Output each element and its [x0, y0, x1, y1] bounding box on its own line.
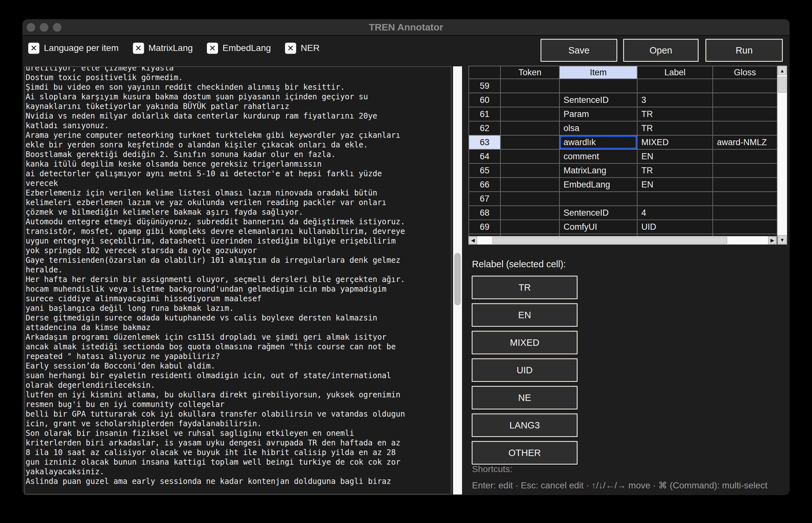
relabel-buttons: TRENMIXEDUIDNELANG3OTHER — [472, 276, 578, 465]
relabel-button-uid[interactable]: UID — [472, 358, 578, 382]
relabel-button-ne[interactable]: NE — [472, 386, 578, 410]
open-button[interactable]: Open — [623, 39, 699, 62]
cell-label[interactable]: 3 — [638, 93, 713, 107]
cell-label[interactable] — [638, 192, 713, 205]
relabel-button-en[interactable]: EN — [472, 303, 578, 327]
cell-token[interactable] — [501, 150, 559, 163]
scroll-down-icon[interactable]: ▼ — [778, 235, 787, 244]
cell-label[interactable]: MIXED — [638, 136, 713, 149]
cell-token[interactable] — [501, 220, 559, 234]
cell-label[interactable]: EN — [638, 150, 713, 163]
editor-scrollbar[interactable] — [453, 66, 462, 494]
cell-label[interactable] — [638, 79, 713, 93]
cell-item[interactable]: ComfyUI — [560, 220, 637, 234]
cell-label[interactable]: TR — [638, 164, 713, 177]
checkbox-checked-icon: ✕ — [286, 43, 296, 53]
scroll-left-icon[interactable]: ◀ — [469, 236, 477, 244]
checkbox-ner[interactable]: ✕ NER — [286, 43, 320, 53]
run-button[interactable]: Run — [705, 39, 783, 62]
relabel-button-lang3[interactable]: LANG3 — [472, 413, 578, 437]
checkbox-checked-icon: ✕ — [29, 43, 39, 53]
annotation-table: Token Item Label Gloss 5960SentenceID361… — [469, 66, 778, 236]
cell-gloss[interactable] — [713, 164, 777, 177]
column-header-corner — [469, 66, 500, 78]
cell-item[interactable]: Param — [560, 107, 637, 121]
table-hscrollbar-thumb[interactable] — [492, 237, 727, 244]
cell-gloss[interactable]: award-NMLZ — [713, 136, 777, 149]
table-hscrollbar[interactable]: ◀ ▶ — [469, 236, 777, 245]
row-number[interactable]: 66 — [469, 178, 500, 191]
cell-gloss[interactable] — [713, 107, 777, 121]
column-header-gloss[interactable]: Gloss — [713, 66, 777, 78]
toolbar-checkboxes: ✕ Language per item ✕ MatrixLang ✕ Embed… — [29, 43, 320, 53]
row-number[interactable]: 60 — [469, 93, 500, 107]
scroll-up-icon[interactable]: ▲ — [778, 66, 787, 75]
cell-gloss[interactable] — [713, 150, 777, 163]
relabel-title: Relabel (selected cell): — [472, 259, 566, 270]
relabel-button-mixed[interactable]: MIXED — [472, 331, 578, 355]
cell-label[interactable]: TR — [638, 122, 713, 135]
cell-item[interactable] — [560, 79, 637, 93]
cell-token[interactable] — [501, 107, 559, 121]
cell-label[interactable]: EN — [638, 178, 713, 191]
cell-token[interactable] — [501, 122, 559, 135]
cell-gloss[interactable] — [713, 93, 777, 107]
column-header-item[interactable]: Item — [560, 66, 637, 78]
cell-item[interactable]: EmbedLang — [560, 178, 637, 191]
row-number[interactable]: 69 — [469, 220, 500, 234]
editor-scrollbar-thumb[interactable] — [454, 253, 461, 305]
checkbox-label: EmbedLang — [223, 43, 271, 53]
checkbox-embedlang[interactable]: ✕ EmbedLang — [207, 43, 271, 53]
text-editor[interactable]: üretiliyor, elle çizmeye kıyasla Dostum … — [24, 66, 451, 494]
cell-item[interactable]: MatrixLang — [560, 164, 637, 177]
cell-item[interactable]: SentenceID — [560, 93, 637, 107]
relabel-button-other[interactable]: OTHER — [472, 441, 578, 465]
editor-text: üretiliyor, elle çizmeye kıyasla Dostum … — [25, 66, 451, 486]
row-number[interactable]: 59 — [469, 79, 500, 93]
row-number[interactable]: 67 — [469, 192, 500, 205]
cell-gloss[interactable] — [713, 192, 777, 205]
row-number[interactable]: 63 — [469, 136, 500, 149]
cell-item[interactable]: comment — [560, 150, 637, 163]
row-number[interactable]: 65 — [469, 164, 500, 177]
row-number[interactable]: 62 — [469, 122, 500, 135]
cell-gloss[interactable] — [713, 79, 777, 93]
cell-gloss[interactable] — [713, 206, 777, 219]
cell-label[interactable]: UID — [638, 220, 713, 234]
checkbox-label: Language per item — [44, 43, 119, 53]
checkbox-label: NER — [301, 43, 320, 53]
cell-item[interactable] — [560, 192, 637, 205]
shortcuts-text: Enter: edit · Esc: cancel edit · ↑/↓/←/→… — [472, 480, 768, 491]
checkbox-label: MatrixLang — [149, 43, 193, 53]
cell-item[interactable]: awardlık — [560, 136, 637, 149]
cell-label[interactable]: 4 — [638, 206, 713, 219]
cell-gloss[interactable] — [713, 122, 777, 135]
scroll-right-icon[interactable]: ▶ — [768, 236, 776, 244]
row-number[interactable]: 61 — [469, 107, 500, 121]
row-number[interactable]: 64 — [469, 150, 500, 163]
cell-token[interactable] — [501, 164, 559, 177]
relabel-button-tr[interactable]: TR — [472, 276, 578, 299]
cell-token[interactable] — [501, 206, 559, 219]
row-number[interactable]: 68 — [469, 206, 500, 219]
cell-item[interactable]: olsa — [560, 122, 637, 135]
checkbox-language-per-item[interactable]: ✕ Language per item — [29, 43, 119, 53]
column-header-label[interactable]: Label — [638, 66, 713, 78]
cell-token[interactable] — [501, 136, 559, 149]
table-vscrollbar[interactable]: ▲ ▼ — [777, 66, 787, 245]
shortcuts-title: Shortcuts: — [472, 464, 512, 474]
cell-token[interactable] — [501, 178, 559, 191]
save-button[interactable]: Save — [541, 39, 617, 62]
column-header-token[interactable]: Token — [501, 66, 559, 78]
cell-token[interactable] — [501, 192, 559, 205]
checkbox-checked-icon: ✕ — [207, 43, 218, 53]
window-title: TREN Annotator — [22, 19, 790, 36]
cell-token[interactable] — [501, 79, 559, 93]
cell-label[interactable]: TR — [638, 107, 713, 121]
checkbox-matrixlang[interactable]: ✕ MatrixLang — [133, 43, 193, 53]
cell-gloss[interactable] — [713, 178, 777, 191]
cell-token[interactable] — [501, 93, 559, 107]
cell-item[interactable]: SentenceID — [560, 206, 637, 219]
cell-gloss[interactable] — [713, 220, 777, 234]
table-vscrollbar-thumb[interactable] — [778, 77, 787, 93]
